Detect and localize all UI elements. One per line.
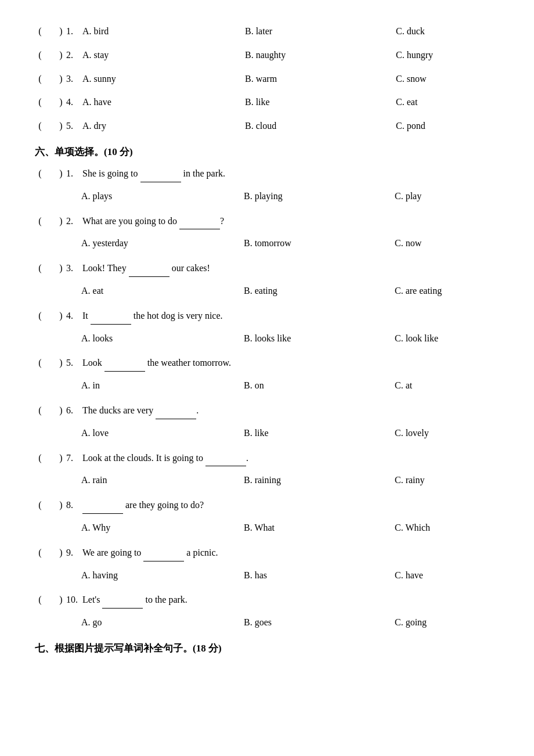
paren-close: ) <box>56 71 66 88</box>
part6-q4: ( ) 4. It the hot dog is very nice. A. l… <box>35 308 499 347</box>
paren-space <box>45 118 56 135</box>
option-b: B. like <box>245 94 396 111</box>
part5-row-2: ( ) 2. A. stay B. naughty C. hungry <box>35 47 499 64</box>
option-c: C. snow <box>396 71 499 88</box>
option-a: A. sunny <box>82 71 245 88</box>
part6-q2: ( ) 2. What are you going to do ? A. yes… <box>35 213 499 253</box>
paren: ( <box>35 118 45 135</box>
paren: ( <box>35 47 45 64</box>
part6-q8: ( ) 8. are they going to do? A. Why B. W… <box>35 497 499 537</box>
option-a: A. have <box>82 94 245 111</box>
part6-section: ( ) 1. She is going to in the park. A. p… <box>35 165 499 631</box>
paren-close: ) <box>56 94 66 111</box>
q-num: 4. <box>66 94 82 111</box>
part5-row-5: ( ) 5. A. dry B. cloud C. pond <box>35 118 499 135</box>
part5-section: ( ) 1. A. bird B. later C. duck ( ) 2. A… <box>35 23 499 135</box>
part6-q5: ( ) 5. Look the weather tomorrow. A. in … <box>35 355 499 394</box>
option-a: A. stay <box>82 47 245 64</box>
option-b: B. cloud <box>245 118 396 135</box>
part6-q1: ( ) 1. She is going to in the park. A. p… <box>35 165 499 205</box>
option-a: A. bird <box>82 23 245 40</box>
part5-row-4: ( ) 4. A. have B. like C. eat <box>35 94 499 111</box>
option-c: C. hungry <box>396 47 499 64</box>
part6-q9: ( ) 9. We are going to a picnic. A. havi… <box>35 545 499 584</box>
paren-close: ) <box>56 47 66 64</box>
part5-row-1: ( ) 1. A. bird B. later C. duck <box>35 23 499 40</box>
q-num: 1. <box>66 23 82 40</box>
option-b: B. later <box>245 23 396 40</box>
paren-space <box>45 23 56 40</box>
part7-header: 七、根据图片提示写单词补全句子。(18 分) <box>35 642 499 655</box>
option-c: C. pond <box>396 118 499 135</box>
option-a: A. dry <box>82 118 245 135</box>
part5-row-3: ( ) 3. A. sunny B. warm C. snow <box>35 71 499 88</box>
q-num: 3. <box>66 71 82 88</box>
q-num: 5. <box>66 118 82 135</box>
paren-close: ) <box>56 118 66 135</box>
paren: ( <box>35 23 45 40</box>
option-c: C. eat <box>396 94 499 111</box>
paren-close: ) <box>56 23 66 40</box>
paren-space <box>45 71 56 88</box>
q-num: 2. <box>66 47 82 64</box>
part6-q7: ( ) 7. Look at the clouds. It is going t… <box>35 450 499 489</box>
part6-q10: ( ) 10. Let's to the park. A. go B. goes… <box>35 592 499 631</box>
option-b: B. naughty <box>245 47 396 64</box>
paren-space <box>45 47 56 64</box>
part6-q6: ( ) 6. The ducks are very . A. love B. l… <box>35 402 499 442</box>
option-b: B. warm <box>245 71 396 88</box>
part6-q3: ( ) 3. Look! They our cakes! A. eat B. e… <box>35 260 499 300</box>
option-c: C. duck <box>396 23 499 40</box>
paren: ( <box>35 94 45 111</box>
paren-space <box>45 94 56 111</box>
paren: ( <box>35 71 45 88</box>
part6-header: 六、单项选择。(10 分) <box>35 145 499 159</box>
